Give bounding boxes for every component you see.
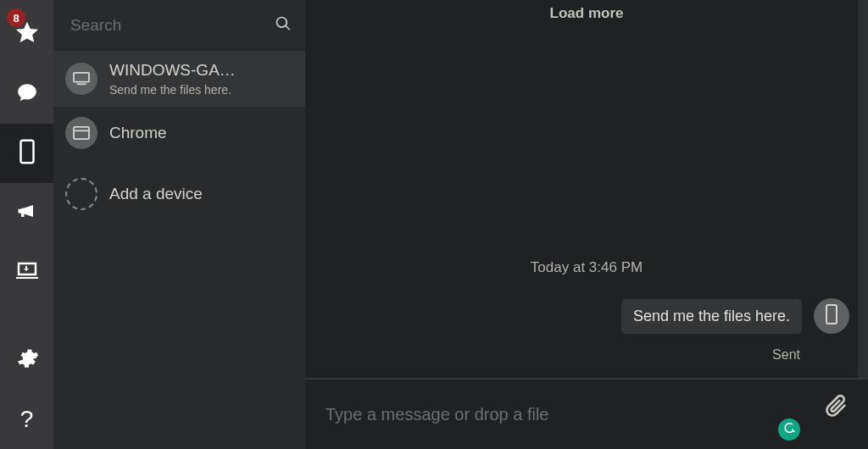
device-name: WINDOWS-GA… [109,61,236,80]
nav-rail: 8 [0,0,53,449]
notification-badge: 8 [7,8,25,27]
dashed-circle-icon [65,178,97,210]
composer-input[interactable] [326,405,848,424]
svg-rect-1 [74,73,89,82]
attach-button[interactable] [824,393,848,420]
question-icon: ? [20,406,34,433]
device-sidebar: WINDOWS-GA… Send me the files here. Chro… [53,0,305,449]
nav-people[interactable]: 8 [0,5,53,64]
self-avatar[interactable] [814,298,849,334]
nav-settings[interactable] [0,330,53,390]
megaphone-icon [15,199,39,226]
grammarly-badge[interactable] [778,419,800,441]
grammarly-icon [782,421,796,438]
message-list: Today at 3:46 PM Send me the files here.… [305,27,868,378]
search-bar[interactable] [53,0,305,51]
add-device[interactable]: Add a device [53,159,305,229]
device-item-windows[interactable]: WINDOWS-GA… Send me the files here. [53,51,305,107]
search-icon[interactable] [275,15,292,36]
svg-rect-4 [826,305,837,324]
device-name: Chrome [109,124,167,142]
svg-rect-2 [74,127,89,139]
message-row: Send me the files here. [324,298,849,334]
chat-main: Load more Today at 3:46 PM Send me the f… [305,0,868,449]
search-input[interactable] [70,16,275,35]
paperclip-icon [824,405,848,419]
chat-bubble-icon [16,81,38,107]
phone-icon [18,139,36,168]
phone-icon [825,303,838,329]
gear-icon [15,346,39,374]
nav-help[interactable]: ? [0,390,53,449]
add-device-label: Add a device [109,185,203,203]
svg-rect-0 [20,141,33,164]
scrollbar-track[interactable] [858,0,868,378]
message-bubble[interactable]: Send me the files here. [621,299,802,334]
device-preview: Send me the files here. [109,83,236,97]
load-more[interactable]: Load more [305,0,868,27]
message-status: Sent [324,347,849,363]
monitor-icon [65,63,97,95]
nav-messages[interactable] [0,64,53,124]
nav-remote[interactable] [0,242,53,302]
laptop-share-icon [15,260,39,284]
nav-devices[interactable] [0,124,53,183]
timestamp: Today at 3:46 PM [324,259,849,276]
device-item-chrome[interactable]: Chrome [53,107,305,159]
composer[interactable] [305,378,868,449]
nav-channels[interactable] [0,183,53,242]
browser-icon [65,117,97,149]
